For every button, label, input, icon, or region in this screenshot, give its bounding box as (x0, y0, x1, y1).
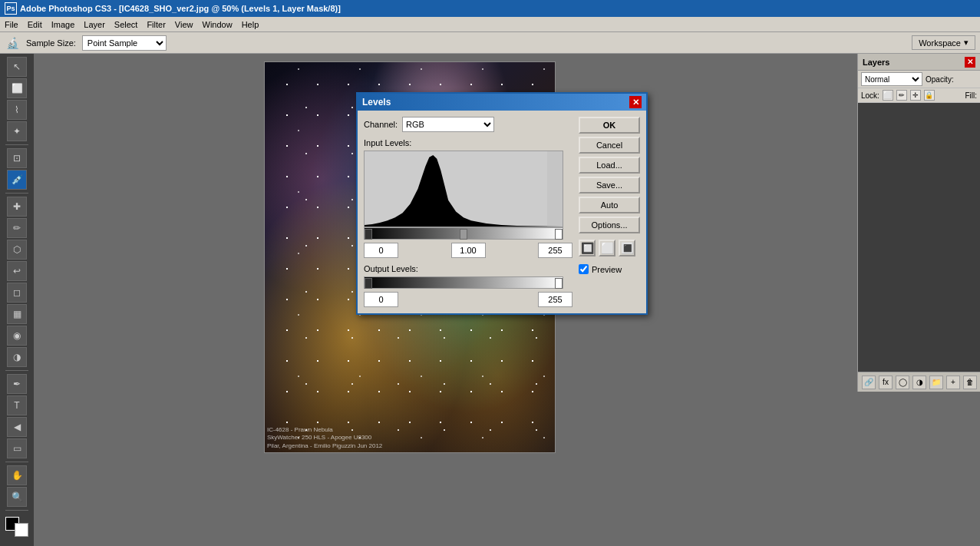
delete-layer-btn[interactable]: 🗑 (963, 376, 977, 389)
sample-size-label: Sample Size: (26, 38, 76, 48)
move-tool[interactable]: ↖ (7, 57, 27, 77)
layers-bottom-bar: 🔗 fx ◯ ◑ 📁 + 🗑 (858, 372, 980, 392)
healing-brush-tool[interactable]: ✚ (7, 197, 27, 217)
layers-content (858, 103, 980, 372)
output-levels-label: Output Levels: (364, 264, 572, 273)
dodge-tool[interactable]: ◑ (7, 347, 27, 367)
menu-layer[interactable]: Layer (79, 18, 110, 31)
text-tool[interactable]: T (7, 395, 27, 415)
workspace-button[interactable]: Workspace ▾ (912, 35, 975, 50)
add-mask-btn[interactable]: ◯ (896, 376, 909, 389)
white-point-slider[interactable] (555, 229, 563, 240)
toolbar-separator-1 (5, 144, 28, 145)
midtone-slider[interactable] (460, 229, 467, 240)
ok-button[interactable]: OK (579, 117, 640, 134)
menu-window[interactable]: Window (198, 18, 237, 31)
histogram-svg (365, 151, 563, 227)
history-brush-tool[interactable]: ↩ (7, 261, 27, 281)
zoom-tool[interactable]: 🔍 (7, 487, 27, 507)
input-mid-field[interactable] (451, 243, 486, 258)
histogram-container (364, 151, 563, 227)
new-group-btn[interactable]: 📁 (929, 376, 943, 389)
shape-tool[interactable]: ▭ (7, 438, 27, 458)
toolbar-separator-3 (5, 370, 28, 371)
gradient-tool[interactable]: ▦ (7, 304, 27, 324)
white-point-eyedropper[interactable]: 🔳 (619, 240, 635, 256)
menu-bar: File Edit Image Layer Select Filter View… (0, 17, 980, 32)
channel-row: Channel: RGB Red Green Blue (364, 117, 572, 132)
cancel-button[interactable]: Cancel (579, 137, 640, 154)
new-adjustment-btn[interactable]: ◑ (912, 376, 926, 389)
add-style-btn[interactable]: fx (879, 376, 893, 389)
lock-all-btn[interactable]: 🔒 (924, 90, 935, 101)
app-title: Adobe Photoshop CS3 - [IC4628_SHO_ver2.j… (20, 4, 341, 13)
layers-panel-close[interactable]: ✕ (965, 57, 975, 68)
toolbar-separator-4 (5, 462, 28, 462)
toolbar-separator-5 (5, 510, 28, 511)
blur-tool[interactable]: ◉ (7, 326, 27, 346)
pen-tool[interactable]: ✒ (7, 374, 27, 394)
menu-image[interactable]: Image (47, 18, 80, 31)
foreground-background-colors[interactable] (5, 517, 28, 537)
auto-button[interactable]: Auto (579, 197, 640, 213)
sample-size-select[interactable]: Point Sample (82, 35, 167, 51)
preview-checkbox[interactable] (579, 264, 589, 274)
brush-tool[interactable]: ✏ (7, 218, 27, 238)
levels-close-button[interactable]: ✕ (629, 96, 642, 108)
levels-title: Levels (362, 97, 391, 108)
menu-edit[interactable]: Edit (23, 18, 47, 31)
options-button[interactable]: Options... (579, 217, 640, 233)
eyedropper-row: 🔲 ⬜ 🔳 (579, 240, 640, 256)
input-slider-track (364, 227, 563, 240)
levels-buttons: OK Cancel Load... Save... Auto Options..… (579, 117, 640, 307)
output-white-slider[interactable] (555, 278, 563, 289)
left-toolbar: ↖ ⬜ ⌇ ✦ ⊡ 💉 ✚ ✏ ⬡ ↩ ◻ ▦ ◉ ◑ ✒ T ◀ ▭ ✋ 🔍 (0, 54, 34, 546)
preview-label: Preview (592, 265, 622, 274)
eyedropper-tool-icon: 🔬 (5, 35, 20, 51)
load-button[interactable]: Load... (579, 157, 640, 174)
magic-wand-tool[interactable]: ✦ (7, 121, 27, 141)
main-layout: ↖ ⬜ ⌇ ✦ ⊡ 💉 ✚ ✏ ⬡ ↩ ◻ ▦ ◉ ◑ ✒ T ◀ ▭ ✋ 🔍 (0, 54, 980, 546)
output-values-row (364, 292, 572, 307)
black-point-eyedropper[interactable]: 🔲 (579, 240, 596, 256)
crop-tool[interactable]: ⊡ (7, 148, 27, 168)
layers-panel-title: Layers (863, 58, 889, 67)
eyedropper-tool[interactable]: 💉 (7, 170, 27, 190)
lasso-tool[interactable]: ⌇ (7, 100, 27, 120)
menu-file[interactable]: File (0, 18, 23, 31)
output-black-slider[interactable] (365, 278, 372, 289)
options-bar: 🔬 Sample Size: Point Sample Workspace ▾ (0, 32, 980, 54)
lock-image-btn[interactable]: ✏ (896, 90, 907, 101)
lock-transparent-btn[interactable]: ⬜ (883, 90, 893, 101)
eraser-tool[interactable]: ◻ (7, 283, 27, 303)
menu-select[interactable]: Select (110, 18, 143, 31)
rectangular-marquee-tool[interactable]: ⬜ (7, 78, 27, 98)
new-layer-btn[interactable]: + (946, 376, 960, 389)
blend-mode-select[interactable]: Normal (861, 72, 922, 86)
layers-panel: Layers ✕ Normal Opacity: Lock: ⬜ ✏ ✛ 🔒 F… (857, 54, 980, 392)
output-white-field[interactable] (538, 292, 572, 307)
background-color[interactable] (15, 523, 28, 537)
menu-filter[interactable]: Filter (142, 18, 170, 31)
channel-label: Channel: (364, 120, 398, 129)
input-white-field[interactable] (538, 243, 572, 258)
link-layers-btn[interactable]: 🔗 (862, 376, 876, 389)
lock-position-btn[interactable]: ✛ (910, 90, 921, 101)
channel-select[interactable]: RGB Red Green Blue (402, 117, 494, 132)
svg-rect-0 (365, 151, 563, 227)
toolbar-separator-2 (5, 193, 28, 194)
input-levels-label: Input Levels: (364, 138, 572, 147)
menu-view[interactable]: View (170, 18, 198, 31)
clone-stamp-tool[interactable]: ⬡ (7, 240, 27, 260)
input-black-field[interactable] (364, 243, 398, 258)
menu-help[interactable]: Help (237, 18, 264, 31)
gray-point-eyedropper[interactable]: ⬜ (599, 240, 615, 256)
preview-row: Preview (579, 264, 640, 274)
path-selection-tool[interactable]: ◀ (7, 417, 27, 437)
black-point-slider[interactable] (365, 229, 372, 240)
hand-tool[interactable]: ✋ (7, 465, 27, 485)
canvas-area: IC-4628 - Prawn Nebula SkyWatcher 250 HL… (34, 54, 980, 546)
workspace-dropdown-icon: ▾ (964, 38, 968, 48)
save-button[interactable]: Save... (579, 177, 640, 194)
output-black-field[interactable] (364, 292, 398, 307)
